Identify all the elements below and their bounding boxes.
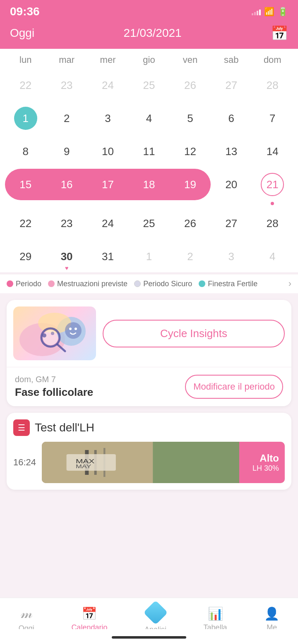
day-2-next[interactable]: 2 <box>170 241 211 272</box>
day-31[interactable]: 31 <box>87 241 128 272</box>
day-14[interactable]: 14 <box>252 136 293 167</box>
period-pill: 15 16 17 18 19 <box>5 169 211 200</box>
day-16[interactable]: 16 <box>46 169 87 200</box>
lh-badge-sub: LH 30% <box>252 464 279 473</box>
fase-follicolare-row: dom, GM 7 Fase follicolare Modificare il… <box>7 367 291 406</box>
day-26-prev[interactable]: 26 <box>170 69 211 101</box>
day-4[interactable]: 4 <box>128 103 169 134</box>
svg-point-6 <box>42 333 46 338</box>
status-time: 09:36 <box>10 5 40 18</box>
lh-icon: ☰ <box>13 419 30 436</box>
legend-label-previste: Mestruazioni previste <box>57 280 127 288</box>
day-15[interactable]: 15 <box>5 169 46 200</box>
nav-tabella[interactable]: 📊 Tabella <box>204 606 227 632</box>
day-23[interactable]: 23 <box>46 208 87 239</box>
day-3[interactable]: 3 <box>87 103 128 134</box>
wifi-icon: 📶 <box>264 7 274 17</box>
day-30[interactable]: 30 ♥ <box>46 241 87 272</box>
day-27-prev[interactable]: 27 <box>211 69 252 101</box>
weekday-sab: sab <box>211 55 252 65</box>
me-nav-icon: 👤 <box>264 606 279 621</box>
day-7[interactable]: 7 <box>252 103 293 134</box>
day-26[interactable]: 26 <box>170 208 211 239</box>
day-20[interactable]: 20 <box>211 169 252 200</box>
svg-point-9 <box>69 328 72 330</box>
day-29[interactable]: 29 <box>5 241 46 272</box>
cycle-insights-button[interactable]: Cycle Insights <box>103 320 285 347</box>
legend-label-sicuro: Periodo Sicuro <box>143 280 192 288</box>
calendar-clock-icon[interactable]: 📅 <box>271 25 288 41</box>
day-9[interactable]: 9 <box>46 136 87 167</box>
day-18[interactable]: 18 <box>128 169 169 200</box>
day-21-today[interactable]: 21 <box>252 169 293 200</box>
lh-test-image[interactable]: MAX MAY Alto LH 30% <box>42 442 285 483</box>
modificare-periodo-button[interactable]: Modificare il periodo <box>185 375 283 399</box>
week-row-period: 15 16 17 18 19 20 21 <box>5 169 293 200</box>
oggi-label[interactable]: Oggi <box>10 26 34 40</box>
lh-badge-alto: Alto <box>260 452 279 464</box>
day-24[interactable]: 24 <box>87 208 128 239</box>
fase-info: dom, GM 7 Fase follicolare <box>15 375 178 399</box>
day-6[interactable]: 6 <box>211 103 252 134</box>
oggi-nav-icon: 𝓂 <box>21 605 32 622</box>
legend-label-fertile: Finestra Fertile <box>208 280 257 288</box>
svg-point-8 <box>65 322 82 339</box>
calendario-nav-icon: 📅 <box>82 606 97 621</box>
day-3-next[interactable]: 3 <box>211 241 252 272</box>
home-bar <box>112 636 186 639</box>
day-23-prev[interactable]: 23 <box>46 69 87 101</box>
lh-header: ☰ Test dell'LH <box>13 419 285 436</box>
day-1-next[interactable]: 1 <box>128 241 169 272</box>
day-22-prev[interactable]: 22 <box>5 69 46 101</box>
weekday-mer: mer <box>87 55 128 65</box>
day-4-next[interactable]: 4 <box>252 241 293 272</box>
weekday-gio: gio <box>128 55 169 65</box>
day-27[interactable]: 27 <box>211 208 252 239</box>
day-24-prev[interactable]: 24 <box>87 69 128 101</box>
legend-sicuro: Periodo Sicuro <box>134 280 192 288</box>
week-row-4: 22 23 24 25 26 27 28 <box>5 208 293 239</box>
svg-text:MAY: MAY <box>76 464 91 469</box>
home-indicator <box>0 629 298 644</box>
svg-point-10 <box>74 328 77 330</box>
legend-dot-periodo <box>7 280 13 287</box>
svg-rect-19 <box>153 442 239 483</box>
content-section: Cycle Insights dom, GM 7 Fase follicolar… <box>0 293 298 490</box>
calendar: lun mar mer gio ven sab dom 22 23 24 25 … <box>0 49 298 272</box>
day-11[interactable]: 11 <box>128 136 169 167</box>
day-2[interactable]: 2 <box>46 103 87 134</box>
weekday-lun: lun <box>5 55 46 65</box>
day-17[interactable]: 17 <box>87 169 128 200</box>
legend-label-periodo: Periodo <box>16 280 41 288</box>
day-25[interactable]: 25 <box>128 208 169 239</box>
legend-arrow-icon[interactable]: › <box>288 278 291 289</box>
legend-dot-previste <box>48 280 55 287</box>
legend-fertile: Finestra Fertile <box>199 280 257 288</box>
day-8[interactable]: 8 <box>5 136 46 167</box>
header: Oggi 21/03/2021 📅 <box>0 22 298 49</box>
battery-icon: 🔋 <box>278 7 288 17</box>
day-1[interactable]: 1 <box>5 103 46 134</box>
nav-oggi[interactable]: 𝓂 Oggi <box>19 605 34 633</box>
legend-periodo: Periodo <box>7 280 41 288</box>
day-28[interactable]: 28 <box>252 208 293 239</box>
diamond-icon <box>143 600 168 625</box>
nav-me[interactable]: 👤 Me <box>264 606 279 632</box>
nav-calendario[interactable]: 📅 Calendario <box>71 606 107 632</box>
heart-icon: ♥ <box>65 265 68 271</box>
day-19[interactable]: 19 <box>170 169 211 200</box>
day-22[interactable]: 22 <box>5 208 46 239</box>
day-10[interactable]: 10 <box>87 136 128 167</box>
legend-dot-sicuro <box>134 280 141 287</box>
lh-title: Test dell'LH <box>35 421 94 434</box>
tabella-nav-icon: 📊 <box>208 606 223 621</box>
day-12[interactable]: 12 <box>170 136 211 167</box>
status-icons: 📶 🔋 <box>252 7 288 17</box>
day-28-prev[interactable]: 28 <box>252 69 293 101</box>
weekday-row: lun mar mer gio ven sab dom <box>5 49 293 68</box>
day-13[interactable]: 13 <box>211 136 252 167</box>
header-date: 21/03/2021 <box>124 26 182 40</box>
lh-time: 16:24 <box>13 457 36 468</box>
day-25-prev[interactable]: 25 <box>128 69 169 101</box>
day-5[interactable]: 5 <box>170 103 211 134</box>
